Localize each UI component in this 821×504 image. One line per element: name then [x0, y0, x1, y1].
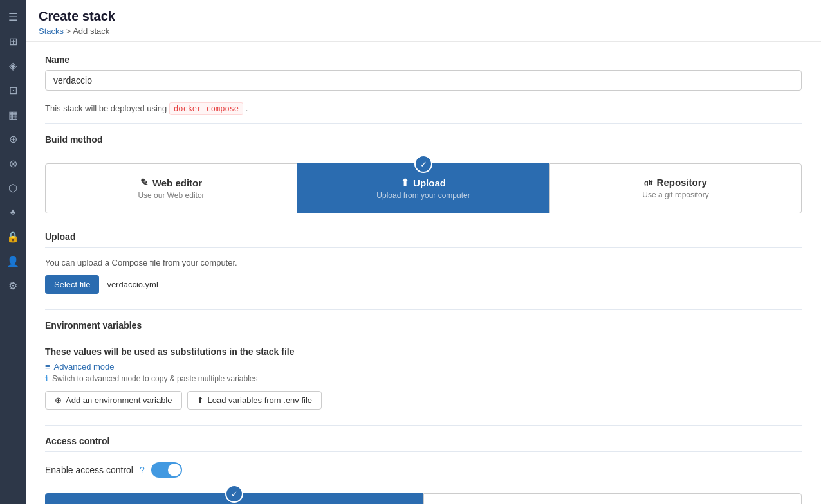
sidebar-icon-images[interactable]: ⊕	[1, 127, 24, 150]
sidebar-icon-networks[interactable]: ⊗	[1, 152, 24, 175]
enable-access-control-label: Enable access control	[45, 465, 133, 475]
load-env-label: Load variables from .env file	[208, 395, 313, 405]
env-description: These values will be used as substitutio…	[45, 346, 802, 357]
select-file-button[interactable]: Select file	[45, 275, 99, 294]
git-icon: git	[644, 179, 652, 186]
docker-compose-tag: docker-compose	[169, 102, 243, 115]
form-content: Name This stack will be deployed using d…	[26, 42, 821, 504]
divider-env	[45, 309, 802, 310]
build-method-repository[interactable]: git Repository Use a git repository	[549, 163, 802, 213]
web-editor-title: ✎ Web editor	[56, 177, 286, 188]
stack-info-period: .	[246, 104, 248, 113]
toggle-row: Enable access control ?	[45, 462, 802, 478]
repository-title: git Repository	[560, 177, 791, 188]
advanced-mode-link[interactable]: ≡ Advanced mode	[45, 362, 802, 372]
advanced-mode-icon: ≡	[45, 362, 50, 372]
access-card-administrators[interactable]: ✓ 👥 Administrators I want to restrict th…	[45, 493, 423, 504]
toggle-thumb	[168, 464, 181, 476]
web-editor-subtitle: Use our Web editor	[56, 191, 286, 200]
file-upload-row: Select file verdaccio.yml	[45, 275, 802, 294]
env-section-header: Environment variables	[45, 320, 802, 336]
switch-text-label: Switch to advanced mode to copy & paste …	[52, 374, 258, 383]
name-input[interactable]	[45, 70, 802, 91]
add-env-variable-button[interactable]: ⊕ Add an environment variable	[45, 391, 182, 410]
access-card-restricted[interactable]: 👥 Restricted I want to restrict the mana…	[423, 493, 802, 504]
upload-section: Upload You can upload a Compose file fro…	[45, 231, 802, 294]
access-control-toggle[interactable]	[151, 462, 182, 478]
sidebar-icon-secrets[interactable]: 🔒	[1, 225, 24, 248]
load-env-icon: ⬆	[197, 395, 204, 405]
upload-section-header: Upload	[45, 231, 802, 248]
stack-info-label: This stack will be deployed using	[45, 104, 167, 113]
sidebar-icon-services[interactable]: ⊡	[1, 78, 24, 102]
env-buttons-row: ⊕ Add an environment variable ⬆ Load var…	[45, 391, 802, 410]
build-method-cards: ✎ Web editor Use our Web editor ✓ ⬆ Uplo…	[45, 163, 802, 213]
upload-check-badge: ✓	[414, 155, 432, 173]
breadcrumb-stacks-link[interactable]: Stacks	[39, 26, 64, 36]
web-editor-icon: ✎	[140, 177, 149, 188]
sidebar-icon-dashboard[interactable]: ⊞	[1, 30, 24, 53]
breadcrumb: Stacks > Add stack	[39, 26, 808, 36]
breadcrumb-separator: >	[66, 26, 71, 36]
env-variables-section: Environment variables These values will …	[45, 320, 802, 410]
add-env-label: Add an environment variable	[66, 395, 172, 405]
upload-description: You can upload a Compose file from your …	[45, 258, 802, 267]
access-control-header: Access control	[45, 436, 802, 452]
access-control-section: Access control Enable access control ? ✓…	[45, 436, 802, 504]
page-header: Create stack Stacks > Add stack	[26, 0, 821, 42]
switch-text-row: ℹ Switch to advanced mode to copy & past…	[45, 374, 802, 383]
upload-icon: ⬆	[401, 177, 409, 188]
load-env-file-button[interactable]: ⬆ Load variables from .env file	[187, 391, 322, 410]
sidebar-icon-volumes[interactable]: ⬡	[1, 176, 24, 199]
add-env-icon: ⊕	[55, 395, 62, 405]
name-form-group: Name	[45, 55, 802, 91]
sidebar-icon-settings[interactable]: ⚙	[1, 274, 24, 297]
toggle-track	[151, 462, 182, 478]
stack-info-text: This stack will be deployed using docker…	[45, 104, 802, 113]
upload-title: ⬆ Upload	[308, 177, 539, 188]
build-method-section-header: Build method	[45, 134, 802, 150]
page-title: Create stack	[39, 9, 808, 24]
repository-subtitle: Use a git repository	[560, 190, 791, 199]
breadcrumb-current: Add stack	[73, 26, 109, 36]
build-method-upload[interactable]: ✓ ⬆ Upload Upload from your computer	[297, 163, 549, 213]
help-icon[interactable]: ?	[140, 465, 145, 475]
sidebar-icon-users[interactable]: 👤	[1, 249, 24, 273]
info-icon: ℹ	[45, 374, 48, 383]
build-method-web-editor[interactable]: ✎ Web editor Use our Web editor	[45, 163, 297, 213]
upload-subtitle: Upload from your computer	[308, 191, 539, 200]
sidebar-icon-containers[interactable]: ▦	[1, 103, 24, 126]
main-content: Create stack Stacks > Add stack Name Thi…	[26, 0, 821, 504]
sidebar-icon-configs[interactable]: ♠	[1, 201, 24, 224]
advanced-mode-label: Advanced mode	[54, 362, 115, 372]
sidebar-icon-stacks[interactable]: ◈	[1, 54, 24, 77]
sidebar-icon-menu[interactable]: ☰	[1, 5, 24, 28]
selected-file-name: verdaccio.yml	[107, 280, 158, 289]
access-cards: ✓ 👥 Administrators I want to restrict th…	[45, 493, 802, 504]
divider-build-method	[45, 123, 802, 124]
name-label: Name	[45, 55, 802, 65]
divider-access	[45, 425, 802, 426]
sidebar: ☰ ⊞ ◈ ⊡ ▦ ⊕ ⊗ ⬡ ♠ 🔒 👤 ⚙	[0, 0, 26, 504]
administrators-check-badge: ✓	[225, 485, 243, 503]
